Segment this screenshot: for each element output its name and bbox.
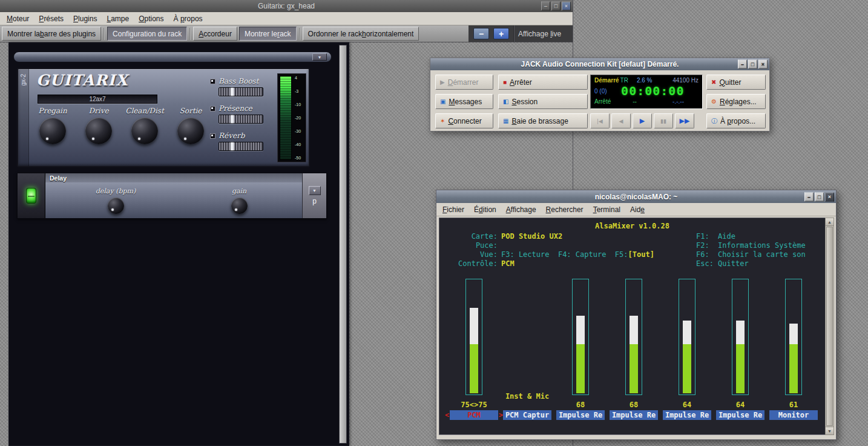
channel-name[interactable]: Impulse Re (663, 410, 711, 420)
about-button[interactable]: ⓘ À propos... (706, 113, 766, 128)
menu-presets[interactable]: Présets (34, 13, 68, 25)
terminal-menu-aide[interactable]: Aide (625, 204, 649, 216)
channel-name[interactable]: Monitor (769, 410, 818, 420)
terminal-titlebar[interactable]: nicolas@nicolasMAO: ~ – □ × (436, 190, 836, 203)
session-button[interactable]: ◧ Session (498, 94, 588, 109)
guitarix-titlebar[interactable]: Guitarix: gx_head – □ × (0, 0, 573, 12)
guitarix-window-controls: – □ × (541, 2, 571, 11)
delay-body: Delay delay (bpm)gain (45, 173, 302, 218)
messages-button[interactable]: ▣ Messages (435, 94, 493, 109)
jack-body: ▶ Démarrer ■ Arrêter ✖ Quitter ▣ Message… (430, 70, 769, 131)
menu-plugins[interactable]: Plugins (68, 13, 102, 25)
live-display-label[interactable]: Affichage live (518, 30, 561, 38)
volume-bar[interactable] (732, 279, 749, 395)
maximize-icon[interactable]: □ (748, 60, 757, 69)
connect-button-label: Connecter (448, 117, 481, 125)
alsamixer-screen[interactable]: AlsaMixer v1.0.28 Carte:POD Studio UX2Pu… (439, 218, 826, 435)
knob-clean-dist[interactable] (131, 118, 158, 144)
order-rack-button[interactable]: Ordonner le rack horizontalement (303, 27, 419, 41)
rack-config-button[interactable]: Configuration du rack (107, 27, 187, 41)
slider-bass-boost[interactable] (219, 87, 263, 96)
menu-moteur[interactable]: Moteur (2, 13, 34, 25)
volume-bar[interactable] (679, 279, 695, 395)
volume-bar[interactable] (785, 279, 802, 395)
transport-rewind-icon[interactable]: |◀ (590, 113, 610, 128)
terminal-scrollbar[interactable]: ▲ ▼ (825, 218, 834, 435)
scrollbar-thumb[interactable] (826, 227, 833, 426)
session-button-label: Session (511, 98, 538, 106)
transport-forward-icon[interactable]: ▶▶ (675, 113, 694, 128)
show-plugin-bar-button[interactable]: Montrer la barre des plugins (2, 27, 101, 41)
amp-collapse-icon[interactable]: ▼ (312, 53, 327, 61)
delay-preset-label[interactable]: p (312, 197, 317, 205)
transport-pause-icon[interactable]: ▮▮ (654, 113, 673, 128)
amp-head-topbar[interactable]: ▼ (13, 52, 332, 62)
slider-presence[interactable] (219, 115, 263, 124)
delay-power-switch[interactable] (26, 188, 36, 204)
tuner-button[interactable]: Accordeur (193, 27, 237, 41)
knob-pregain[interactable] (39, 118, 66, 144)
knob-label-clean-dist: Clean/Dist (125, 107, 164, 115)
close-icon[interactable]: × (562, 2, 571, 11)
knob-sortie[interactable] (177, 118, 204, 144)
delay-unit: Delay delay (bpm)gain ▼ p (17, 173, 327, 219)
rack-add-button[interactable]: + (493, 28, 509, 39)
scroll-down-icon[interactable]: ▼ (826, 427, 833, 434)
transport-backward-icon[interactable]: ◀ (611, 113, 631, 128)
terminal-menubar: FichierÉditionAffichageRechercherTermina… (436, 203, 836, 216)
terminal-menu-terminal[interactable]: Terminal (588, 204, 625, 216)
switch-bass-boost[interactable] (210, 79, 215, 84)
menu-options[interactable]: Options (134, 13, 168, 25)
quit-button[interactable]: ✖ Quitter (706, 75, 766, 90)
knob-drive[interactable] (85, 118, 112, 144)
minimize-icon[interactable]: – (541, 2, 550, 11)
knob-delay-bpm[interactable] (108, 198, 124, 214)
switch-label-reverb: Réverb (219, 131, 245, 140)
tube-selector[interactable]: 12ax7 (38, 95, 157, 104)
volume-bar[interactable] (572, 279, 589, 395)
start-button[interactable]: ▶ Démarrer (435, 75, 493, 90)
transport-play-icon[interactable]: ▶ (633, 113, 652, 128)
switch-presence[interactable] (210, 106, 215, 112)
menu-lampe[interactable]: Lampe (102, 13, 134, 25)
channel-name[interactable]: Impulse Re (716, 410, 764, 420)
alsamixer-channel-strips: 75<>75PCM<>Inst & MicPCM Captur68Impulse… (439, 218, 825, 434)
settings-button[interactable]: ⚙ Réglages... (706, 94, 766, 109)
channel-name[interactable]: PCM (450, 410, 498, 420)
close-icon[interactable]: × (758, 60, 768, 69)
volume-fill (789, 324, 798, 393)
channel-name[interactable]: PCM Captur (503, 410, 551, 420)
volume-bar[interactable] (465, 279, 482, 395)
connect-button[interactable]: ✶ Connecter (435, 113, 493, 128)
maximize-icon[interactable]: □ (815, 192, 824, 201)
terminal-menu-rechercher[interactable]: Rechercher (541, 204, 588, 216)
terminal-menu-affichage[interactable]: Affichage (501, 204, 541, 216)
messages-icon: ▣ (440, 99, 446, 105)
channel-name[interactable]: Impulse Re (556, 410, 605, 420)
delay-collapse-icon[interactable]: ▼ (309, 186, 321, 195)
show-rack-button[interactable]: Montrer le rack (239, 27, 297, 41)
knob-gain[interactable] (231, 198, 248, 214)
vu-meter-scale: 4-3-10-20-30-40-50 (295, 76, 305, 160)
jack-titlebar[interactable]: JACK Audio Connection Kit [defaut] Démar… (430, 58, 769, 70)
terminal-menu-edition[interactable]: Édition (469, 204, 501, 216)
minimize-icon[interactable]: – (804, 192, 814, 201)
slider-reverb[interactable] (219, 142, 263, 151)
menu-a-propos[interactable]: À propos (169, 13, 208, 25)
toolbar-separator (189, 28, 191, 40)
close-icon[interactable]: × (825, 192, 834, 201)
messages-button-label: Messages (449, 98, 482, 106)
switch-reverb[interactable] (210, 133, 215, 139)
scroll-up-icon[interactable]: ▲ (826, 218, 833, 226)
rack-minimize-button[interactable]: − (473, 28, 489, 39)
minimize-icon[interactable]: – (738, 60, 747, 69)
amp-brand-logo: GUITARIX (36, 72, 128, 89)
terminal-menu-fichier[interactable]: Fichier (438, 204, 469, 216)
patchbay-button[interactable]: ▦ Baie de brassage (498, 113, 588, 128)
maximize-icon[interactable]: □ (551, 2, 561, 11)
jack-window: JACK Audio Connection Kit [defaut] Démar… (430, 58, 770, 131)
volume-bar[interactable] (625, 279, 642, 395)
rack-scrollbar[interactable] (339, 45, 347, 444)
channel-name[interactable]: Impulse Re (610, 410, 658, 420)
stop-button[interactable]: ■ Arrêter (498, 75, 588, 90)
